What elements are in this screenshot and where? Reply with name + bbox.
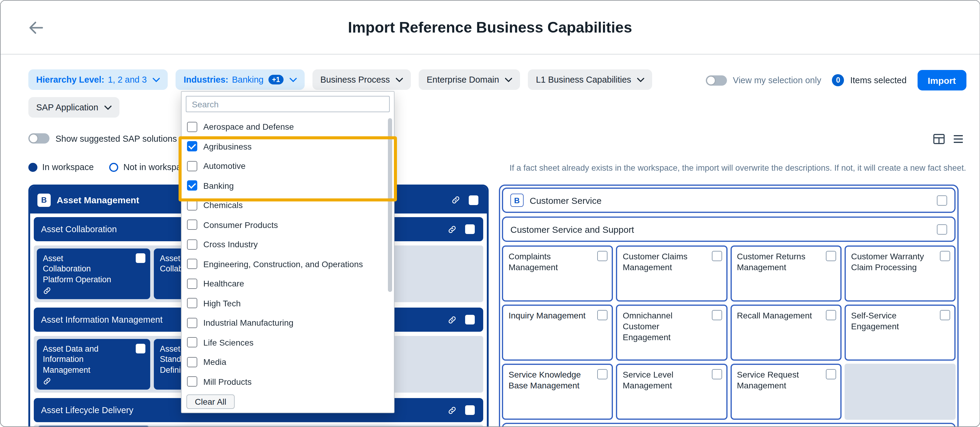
industry-checkbox[interactable] <box>187 318 197 328</box>
industry-option[interactable]: Engineering, Construction, and Operation… <box>181 254 394 274</box>
capability-card[interactable]: Inquiry Management <box>502 305 613 361</box>
chevron-down-icon <box>290 78 297 82</box>
capability-card[interactable]: Customer Claims Management <box>616 246 727 302</box>
industry-option[interactable]: Mill Products <box>181 372 394 391</box>
industry-checkbox[interactable] <box>187 357 197 367</box>
legend-label: Not in workspace <box>123 162 190 172</box>
filter-label: Industries: <box>184 75 228 84</box>
industry-checkbox[interactable] <box>187 279 197 289</box>
filter-bar-row2: SAP Application <box>29 97 119 117</box>
capability-card-label: Customer Claims Management <box>623 251 688 272</box>
industry-checkbox[interactable] <box>187 220 197 230</box>
industry-checkbox[interactable] <box>187 200 197 211</box>
capability-card[interactable]: Customer Warranty Claim Processing <box>845 246 956 302</box>
capability-card[interactable]: Service Request Management <box>730 364 842 420</box>
industry-checkbox[interactable] <box>187 240 197 250</box>
capability-card-label: Asset Collaboration Platform Operation <box>43 254 111 284</box>
legend-not-in-workspace: Not in workspace <box>110 162 190 172</box>
capability-checkbox[interactable] <box>711 369 722 379</box>
industry-option[interactable]: Media <box>181 352 394 372</box>
capability-checkbox[interactable] <box>136 344 145 353</box>
capability-card[interactable]: Service Knowledge Base Management <box>502 364 613 420</box>
industry-option[interactable]: Aerospace and Defense <box>181 117 394 137</box>
industry-option-list: Aerospace and Defense Agribusiness Autom… <box>181 117 394 391</box>
table-view-button[interactable] <box>932 132 946 146</box>
customer-service-header[interactable]: B Customer Service <box>502 187 956 213</box>
industry-checkbox[interactable] <box>187 161 197 171</box>
filter-hierarchy-level[interactable]: Hierarchy Level: 1, 2 and 3 <box>29 69 168 90</box>
industry-option[interactable]: Healthcare <box>181 274 394 294</box>
industry-option[interactable]: High Tech <box>181 294 394 313</box>
filter-sap-application[interactable]: SAP Application <box>29 97 119 117</box>
capability-card-label: Recall Management <box>737 311 812 320</box>
industry-option[interactable]: Life Sciences <box>181 333 394 352</box>
capability-card[interactable]: Asset Collaboration Platform Operation <box>37 248 150 299</box>
capability-checkbox[interactable] <box>711 310 722 320</box>
capability-checkbox[interactable] <box>598 251 608 261</box>
capability-card[interactable] <box>37 426 150 427</box>
capability-checkbox[interactable] <box>465 315 475 324</box>
capability-checkbox[interactable] <box>826 369 836 379</box>
capability-checkbox[interactable] <box>711 251 722 261</box>
capability-checkbox[interactable] <box>469 195 478 205</box>
next-group-bar[interactable] <box>502 423 956 427</box>
customer-service-support-bar[interactable]: Customer Service and Support <box>502 216 956 242</box>
industry-checkbox[interactable] <box>187 337 197 348</box>
industry-option[interactable]: Banking <box>181 176 394 195</box>
capability-card[interactable]: Complaints Management <box>502 246 613 302</box>
capability-checkbox[interactable] <box>940 310 950 320</box>
capability-card-label: Complaints Management <box>509 251 558 272</box>
capability-card[interactable]: Recall Management <box>730 305 842 361</box>
capability-card[interactable]: Customer Returns Management <box>730 246 842 302</box>
capability-checkbox[interactable] <box>598 310 608 320</box>
capability-card[interactable]: Self-Service Engagement <box>845 305 956 361</box>
capability-card-label: Service Request Management <box>737 370 799 390</box>
capability-checkbox[interactable] <box>465 224 475 234</box>
capability-checkbox[interactable] <box>937 224 947 234</box>
page-title: Import Reference Business Capabilities <box>1 19 979 36</box>
industry-option[interactable]: Chemicals <box>181 195 394 215</box>
view-selection-toggle[interactable] <box>706 75 727 85</box>
capability-card[interactable]: Asset Data and Information Management <box>37 339 150 390</box>
industry-checkbox[interactable] <box>187 377 197 387</box>
filter-business-process[interactable]: Business Process <box>312 69 411 90</box>
industry-option-label: Banking <box>203 181 234 190</box>
customer-service-panel: B Customer Service Customer Service and … <box>499 184 959 427</box>
industry-checkbox[interactable] <box>187 298 197 308</box>
industry-checkbox[interactable] <box>187 181 197 191</box>
industry-option-label: Aerospace and Defense <box>203 122 294 132</box>
industry-checkbox[interactable] <box>187 122 197 132</box>
industry-checkbox[interactable] <box>187 259 197 269</box>
industry-option-label: Mill Products <box>203 377 251 387</box>
capability-checkbox[interactable] <box>136 253 145 263</box>
clear-all-button[interactable]: Clear All <box>186 394 235 409</box>
capability-checkbox[interactable] <box>465 405 475 415</box>
capability-card[interactable]: Service Level Management <box>616 364 727 420</box>
link-icon <box>451 195 460 205</box>
industry-option[interactable]: Consumer Products <box>181 215 394 235</box>
capability-checkbox[interactable] <box>598 369 608 379</box>
industry-option[interactable]: Cross Industry <box>181 235 394 254</box>
capability-checkbox[interactable] <box>826 251 836 261</box>
scrollbar-thumb[interactable] <box>388 118 392 292</box>
capability-checkbox[interactable] <box>940 251 950 261</box>
capability-card-label: Asset Data and Information Management <box>43 344 99 374</box>
capability-card-label: Customer Returns Management <box>737 251 805 272</box>
chevron-down-icon <box>153 78 160 82</box>
import-info-text: If a fact sheet already exists in the wo… <box>509 163 966 173</box>
show-suggested-toggle[interactable] <box>29 133 49 144</box>
filter-enterprise-domain[interactable]: Enterprise Domain <box>419 69 520 90</box>
industry-option[interactable]: Automotive <box>181 156 394 176</box>
industry-option[interactable]: Industrial Manufacturing <box>181 313 394 333</box>
import-button[interactable]: Import <box>918 70 966 90</box>
filter-label: L1 Business Capabilities <box>536 75 631 84</box>
filter-l1-business-capabilities[interactable]: L1 Business Capabilities <box>528 69 652 90</box>
capability-checkbox[interactable] <box>826 310 836 320</box>
list-view-button[interactable] <box>951 132 965 146</box>
industry-checkbox[interactable] <box>187 141 197 152</box>
capability-card[interactable]: Omnichannel Customer Engagement <box>616 305 727 361</box>
search-input[interactable] <box>186 96 390 112</box>
filter-industries[interactable]: Industries: Banking +1 <box>176 69 305 90</box>
capability-checkbox[interactable] <box>937 195 947 205</box>
industry-option[interactable]: Agribusiness <box>181 137 394 156</box>
